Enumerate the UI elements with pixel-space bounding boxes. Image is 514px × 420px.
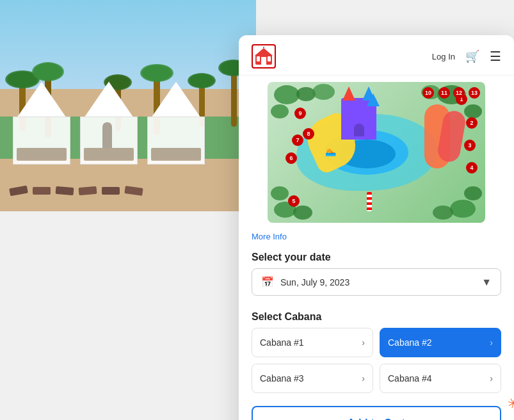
map-badge-3: 3 bbox=[464, 140, 476, 151]
add-to-cart-button[interactable]: Add to Cart bbox=[252, 406, 501, 420]
svg-marker-1 bbox=[255, 48, 273, 56]
cabana-2-button[interactable]: Cabana #2 › bbox=[380, 328, 501, 357]
calendar-icon: 📅 bbox=[261, 276, 274, 288]
cabana-1-label: Cabana #1 bbox=[260, 337, 304, 348]
map-badge-5: 5 bbox=[288, 195, 300, 207]
map-badge-6: 6 bbox=[285, 152, 297, 164]
map-badge-11: 11 bbox=[438, 87, 450, 99]
cabana-section-title: Select Cabana bbox=[239, 303, 514, 328]
cabana-3-chevron: › bbox=[362, 373, 365, 384]
cabana-grid: Cabana #1 › Cabana #2 › Cabana #3 › Caba… bbox=[252, 328, 501, 393]
logo-area bbox=[252, 44, 276, 69]
map-badge-10: 10 bbox=[422, 87, 434, 99]
map-badge-12: 12 bbox=[453, 87, 465, 99]
log-in-button[interactable]: Log In bbox=[432, 52, 455, 61]
selected-date: Sun, July 9, 2023 bbox=[280, 277, 349, 287]
cart-icon[interactable]: 🛒 bbox=[465, 49, 479, 63]
chevron-down-icon: ▼ bbox=[481, 277, 492, 288]
header-actions: Log In 🛒 ☰ bbox=[432, 49, 501, 64]
map-badge-13: 13 bbox=[469, 87, 480, 99]
date-selector[interactable]: 📅 Sun, July 9, 2023 ▼ bbox=[252, 268, 501, 296]
background-photo bbox=[0, 0, 256, 211]
map-container: 🏊 1 2 3 4 5 6 7 8 9 10 11 12 13 bbox=[239, 76, 514, 227]
cabana-4-chevron: › bbox=[490, 373, 493, 384]
logo-icon bbox=[252, 44, 276, 69]
cabana-1-button[interactable]: Cabana #1 › bbox=[252, 328, 373, 357]
svg-rect-2 bbox=[261, 57, 266, 65]
cabana-2-label: Cabana #2 bbox=[388, 337, 432, 348]
date-section-title: Select your date bbox=[239, 244, 514, 268]
card-header: Log In 🛒 ☰ bbox=[239, 35, 514, 76]
svg-rect-3 bbox=[257, 56, 260, 61]
map-badge-4: 4 bbox=[466, 162, 478, 174]
cabana-2-chevron: › bbox=[490, 337, 493, 348]
more-info-link[interactable]: More Info bbox=[239, 227, 514, 244]
park-map: 🏊 1 2 3 4 5 6 7 8 9 10 11 12 13 bbox=[268, 82, 485, 223]
map-badge-7: 7 bbox=[292, 134, 303, 146]
sparkle-decoration: ✳ bbox=[506, 394, 514, 414]
date-left: 📅 Sun, July 9, 2023 bbox=[261, 276, 349, 288]
booking-card: Log In 🛒 ☰ bbox=[239, 35, 514, 420]
cabana-4-label: Cabana #4 bbox=[388, 373, 432, 384]
map-badge-2: 2 bbox=[466, 117, 478, 129]
cabana-1-chevron: › bbox=[362, 337, 365, 348]
svg-rect-4 bbox=[268, 56, 271, 61]
cabana-3-label: Cabana #3 bbox=[260, 373, 304, 384]
cabana-4-button[interactable]: Cabana #4 › bbox=[380, 364, 501, 393]
map-badge-9: 9 bbox=[294, 108, 306, 119]
menu-icon[interactable]: ☰ bbox=[490, 49, 501, 64]
map-badge-8: 8 bbox=[303, 128, 314, 140]
cabana-3-button[interactable]: Cabana #3 › bbox=[252, 364, 373, 393]
